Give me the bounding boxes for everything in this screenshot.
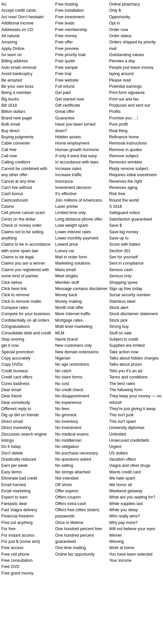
list-item: Lower monthly payment	[55, 235, 108, 241]
list-item: Direct marketing	[1, 425, 54, 431]
list-item: Pure profit	[109, 121, 162, 128]
list-item: No experience	[55, 400, 108, 406]
list-item: All natural	[1, 33, 54, 39]
list-item: No catch	[55, 368, 108, 374]
list-item: Consolidate debt and credit	[1, 330, 54, 336]
list-item: Accept credit cards	[1, 8, 54, 14]
list-item: Online pharmacy	[109, 1, 162, 8]
list-item: Congratulations	[1, 324, 54, 330]
column-2: Free hostingFree installationFree invest…	[54, 1, 108, 576]
list-item: Free quote	[55, 58, 108, 64]
list-item: What are you waiting for?	[109, 494, 162, 500]
list-item: Offers free (often stolen) passwords	[55, 507, 108, 520]
list-item: Auto email removal	[1, 65, 54, 71]
list-item: Avoid bankruptcy	[1, 71, 54, 77]
list-item: Claims not to be selling anything	[1, 229, 54, 242]
list-item: Click below	[1, 280, 54, 286]
list-item: Sign up free today	[109, 286, 162, 292]
list-item: Apply Online	[1, 46, 54, 52]
list-item: Free priority mail	[55, 52, 108, 58]
list-item: Billion dollars	[1, 109, 54, 115]
list-item: Direct email	[1, 419, 54, 425]
list-item: Expect to earn	[1, 494, 54, 500]
list-item: Claims to be in accordance with some spa…	[1, 241, 54, 254]
list-item: Human growth hormone	[55, 147, 108, 153]
list-item: Easy terms	[1, 469, 54, 475]
list-item: One hundred percent free	[55, 526, 108, 532]
list-item: Winner	[109, 532, 162, 539]
list-item: This isn't junk	[109, 412, 162, 418]
list-item: Free sample	[55, 65, 108, 71]
list-item: No strings attached	[55, 469, 108, 475]
list-item: Buy direct	[1, 128, 54, 134]
list-item: Dear friend	[1, 393, 54, 399]
list-item: More Internet traffic	[55, 311, 108, 317]
list-item: Click to remove	[1, 292, 54, 298]
list-item: Will not believe your eyes	[109, 526, 162, 532]
list-item: Free trial	[55, 71, 108, 77]
list-item: No questions asked	[55, 456, 108, 463]
list-item: Limited time only	[55, 210, 108, 216]
list-item: Terms and conditions	[109, 374, 162, 380]
list-item: Cashcashcash	[1, 197, 54, 204]
list-item: Buying judgments	[1, 134, 54, 140]
list-item: Amazing	[1, 39, 54, 45]
list-item: It's effective	[55, 191, 108, 197]
list-item: Money making	[55, 299, 108, 305]
list-item: No disappointment	[55, 393, 108, 399]
list-item: Guarantee	[55, 115, 108, 121]
list-item: Act now! Don't hesitate!	[1, 14, 54, 20]
list-item: Different reply to	[1, 406, 54, 412]
list-item: If only it were that easy	[55, 153, 108, 159]
list-item: Stock disclaimer statement	[109, 311, 162, 317]
list-item: While you sleep	[109, 507, 162, 513]
list-item: No obligation	[55, 444, 108, 450]
list-item: Shopping spree	[109, 280, 162, 286]
list-item: Free website	[55, 77, 108, 84]
list-item: Discusses search engine listings	[1, 431, 54, 444]
list-item: Serious only	[109, 273, 162, 279]
list-item: Money back	[55, 292, 108, 298]
list-item: Email marketing	[1, 488, 54, 494]
list-item: Free money	[55, 33, 108, 39]
list-item: Free membership	[55, 27, 108, 33]
list-item: Off shore	[55, 482, 108, 488]
list-item: Additional income	[1, 20, 54, 26]
list-item: New customers only	[55, 343, 108, 349]
list-item: Removal instructions	[109, 140, 162, 146]
list-item: No gimmick	[55, 412, 108, 418]
list-item: Unlimited	[109, 431, 162, 437]
list-item: Fantastic deal	[1, 501, 54, 507]
list-item: No age restrictions	[55, 361, 108, 368]
list-item: Round the world	[109, 197, 162, 204]
list-item: Satisfaction guaranteed	[109, 216, 162, 222]
list-item: Laser printer	[55, 204, 108, 210]
list-item: As seen on	[1, 52, 54, 58]
list-item: Financial freedom	[1, 513, 54, 519]
list-item: Online biz opportunity	[55, 551, 108, 558]
list-item: Vacation offers	[109, 456, 162, 463]
list-item: One time mailing	[55, 545, 108, 551]
list-item: People just leave money laying around	[109, 65, 162, 77]
list-item: Have you been turned down?	[55, 121, 108, 134]
list-item: Call free	[1, 147, 54, 153]
list-item: Nigerian	[55, 355, 108, 361]
list-item: Free hosting	[55, 1, 108, 8]
list-item: Big bucks	[1, 96, 54, 102]
list-item: Luxury car	[55, 248, 108, 254]
list-item: Free installation	[55, 8, 108, 14]
list-item: The best rates	[109, 381, 162, 387]
list-item: Cancel at any time	[1, 178, 54, 185]
list-item: Wants credit card	[109, 469, 162, 475]
list-item: Free cell phone	[1, 551, 54, 558]
list-item: Not intended	[55, 475, 108, 482]
list-item: Offer expires	[55, 488, 108, 494]
list-item: Cannot be combined with any other offer	[1, 166, 54, 178]
list-item: Reserves the right	[109, 178, 162, 185]
list-item: Billing address	[1, 58, 54, 64]
list-item: S 1618	[109, 204, 162, 210]
list-item: Only $	[109, 8, 162, 14]
list-item: For just $ (some amt)	[1, 539, 54, 545]
list-item: Cable converter	[1, 140, 54, 146]
list-item: No inventory	[55, 419, 108, 425]
